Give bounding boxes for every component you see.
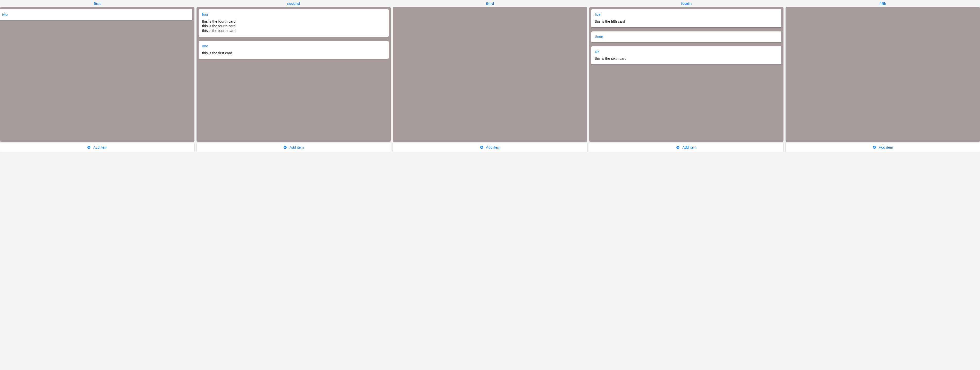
column-fourth: fourthfivethis is the fifth cardthreesix… — [589, 0, 784, 152]
card-body: this is the fourth card this is the four… — [202, 19, 385, 33]
card-list[interactable]: two — [0, 7, 194, 142]
add-item-button[interactable]: Add item — [0, 143, 194, 152]
card-list[interactable]: fourthis is the fourth card this is the … — [197, 7, 391, 142]
card-list[interactable] — [393, 7, 587, 142]
card-body: this is the first card — [202, 51, 385, 56]
card-list[interactable]: fivethis is the fifth cardthreesixthis i… — [589, 7, 784, 142]
kanban-board: firsttwoAdd itemsecondfourthis is the fo… — [0, 0, 980, 152]
column-second: secondfourthis is the fourth card this i… — [197, 0, 391, 152]
card[interactable]: fivethis is the fifth card — [591, 9, 782, 27]
column-first: firsttwoAdd item — [0, 0, 194, 152]
card-title: one — [202, 44, 385, 48]
add-item-label: Add item — [879, 145, 893, 150]
column-header[interactable]: first — [0, 0, 194, 7]
plus-circle-icon — [676, 145, 680, 149]
column-header[interactable]: fifth — [786, 0, 980, 7]
card[interactable]: three — [591, 32, 782, 42]
plus-circle-icon — [480, 145, 484, 149]
card[interactable]: sixthis is the sixth card — [591, 46, 782, 64]
plus-circle-icon — [87, 145, 91, 149]
card-body: this is the fifth card — [595, 19, 778, 24]
add-item-button[interactable]: Add item — [589, 143, 784, 152]
svg-rect-14 — [873, 147, 875, 147]
column-header[interactable]: fourth — [589, 0, 784, 7]
svg-rect-5 — [284, 147, 286, 147]
add-item-label: Add item — [486, 145, 500, 150]
column-fifth: fifthAdd item — [786, 0, 980, 152]
svg-rect-11 — [677, 147, 679, 147]
card-title: two — [2, 12, 189, 16]
card[interactable]: fourthis is the fourth card this is the … — [199, 9, 389, 37]
add-item-button[interactable]: Add item — [197, 143, 391, 152]
card[interactable]: two — [0, 9, 192, 20]
plus-circle-icon — [873, 145, 876, 149]
column-third: thirdAdd item — [393, 0, 587, 152]
card-title: four — [202, 12, 385, 16]
card-title: three — [595, 35, 778, 39]
svg-rect-2 — [88, 147, 90, 147]
add-item-label: Add item — [290, 145, 304, 150]
plus-circle-icon — [283, 145, 287, 149]
add-item-button[interactable]: Add item — [393, 143, 587, 152]
add-item-label: Add item — [93, 145, 107, 150]
card-title: six — [595, 49, 778, 54]
card-body: this is the sixth card — [595, 56, 778, 61]
card[interactable]: onethis is the first card — [199, 41, 389, 59]
svg-rect-8 — [480, 147, 482, 147]
add-item-button[interactable]: Add item — [786, 143, 980, 152]
column-header[interactable]: second — [197, 0, 391, 7]
column-header[interactable]: third — [393, 0, 587, 7]
add-item-label: Add item — [682, 145, 697, 150]
card-title: five — [595, 12, 778, 16]
card-list[interactable] — [786, 7, 980, 142]
